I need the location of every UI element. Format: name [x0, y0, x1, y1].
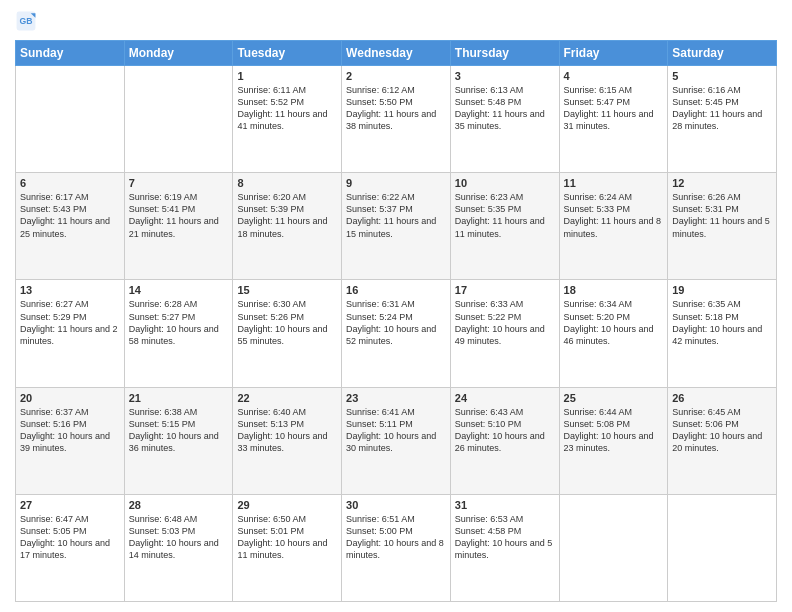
dow-header-wednesday: Wednesday	[342, 41, 451, 66]
calendar-cell: 10Sunrise: 6:23 AM Sunset: 5:35 PM Dayli…	[450, 173, 559, 280]
dow-header-sunday: Sunday	[16, 41, 125, 66]
day-number: 29	[237, 499, 337, 511]
day-number: 3	[455, 70, 555, 82]
cell-info: Sunrise: 6:45 AM Sunset: 5:06 PM Dayligh…	[672, 406, 772, 455]
cell-info: Sunrise: 6:20 AM Sunset: 5:39 PM Dayligh…	[237, 191, 337, 240]
day-number: 6	[20, 177, 120, 189]
cell-info: Sunrise: 6:31 AM Sunset: 5:24 PM Dayligh…	[346, 298, 446, 347]
day-number: 2	[346, 70, 446, 82]
day-number: 24	[455, 392, 555, 404]
day-number: 11	[564, 177, 664, 189]
calendar-cell: 11Sunrise: 6:24 AM Sunset: 5:33 PM Dayli…	[559, 173, 668, 280]
day-number: 17	[455, 284, 555, 296]
calendar-cell: 20Sunrise: 6:37 AM Sunset: 5:16 PM Dayli…	[16, 387, 125, 494]
calendar-cell: 14Sunrise: 6:28 AM Sunset: 5:27 PM Dayli…	[124, 280, 233, 387]
day-number: 8	[237, 177, 337, 189]
day-number: 14	[129, 284, 229, 296]
calendar-cell: 4Sunrise: 6:15 AM Sunset: 5:47 PM Daylig…	[559, 66, 668, 173]
calendar-cell: 2Sunrise: 6:12 AM Sunset: 5:50 PM Daylig…	[342, 66, 451, 173]
day-number: 4	[564, 70, 664, 82]
cell-info: Sunrise: 6:24 AM Sunset: 5:33 PM Dayligh…	[564, 191, 664, 240]
cell-info: Sunrise: 6:40 AM Sunset: 5:13 PM Dayligh…	[237, 406, 337, 455]
calendar-cell: 31Sunrise: 6:53 AM Sunset: 4:58 PM Dayli…	[450, 494, 559, 601]
dow-header-tuesday: Tuesday	[233, 41, 342, 66]
page: GB SundayMondayTuesdayWednesdayThursdayF…	[0, 0, 792, 612]
calendar-cell: 15Sunrise: 6:30 AM Sunset: 5:26 PM Dayli…	[233, 280, 342, 387]
cell-info: Sunrise: 6:41 AM Sunset: 5:11 PM Dayligh…	[346, 406, 446, 455]
day-number: 23	[346, 392, 446, 404]
week-row-1: 1Sunrise: 6:11 AM Sunset: 5:52 PM Daylig…	[16, 66, 777, 173]
cell-info: Sunrise: 6:13 AM Sunset: 5:48 PM Dayligh…	[455, 84, 555, 133]
calendar-cell: 27Sunrise: 6:47 AM Sunset: 5:05 PM Dayli…	[16, 494, 125, 601]
logo: GB	[15, 10, 39, 32]
calendar-cell	[559, 494, 668, 601]
calendar-cell: 26Sunrise: 6:45 AM Sunset: 5:06 PM Dayli…	[668, 387, 777, 494]
cell-info: Sunrise: 6:16 AM Sunset: 5:45 PM Dayligh…	[672, 84, 772, 133]
calendar-cell: 24Sunrise: 6:43 AM Sunset: 5:10 PM Dayli…	[450, 387, 559, 494]
calendar-cell: 19Sunrise: 6:35 AM Sunset: 5:18 PM Dayli…	[668, 280, 777, 387]
day-number: 15	[237, 284, 337, 296]
svg-text:GB: GB	[20, 16, 33, 26]
week-row-4: 20Sunrise: 6:37 AM Sunset: 5:16 PM Dayli…	[16, 387, 777, 494]
calendar-cell: 8Sunrise: 6:20 AM Sunset: 5:39 PM Daylig…	[233, 173, 342, 280]
cell-info: Sunrise: 6:12 AM Sunset: 5:50 PM Dayligh…	[346, 84, 446, 133]
day-number: 10	[455, 177, 555, 189]
week-row-2: 6Sunrise: 6:17 AM Sunset: 5:43 PM Daylig…	[16, 173, 777, 280]
calendar-cell: 16Sunrise: 6:31 AM Sunset: 5:24 PM Dayli…	[342, 280, 451, 387]
dow-header-monday: Monday	[124, 41, 233, 66]
calendar-cell	[16, 66, 125, 173]
calendar-cell: 22Sunrise: 6:40 AM Sunset: 5:13 PM Dayli…	[233, 387, 342, 494]
day-number: 12	[672, 177, 772, 189]
cell-info: Sunrise: 6:17 AM Sunset: 5:43 PM Dayligh…	[20, 191, 120, 240]
calendar-cell: 13Sunrise: 6:27 AM Sunset: 5:29 PM Dayli…	[16, 280, 125, 387]
calendar-cell: 6Sunrise: 6:17 AM Sunset: 5:43 PM Daylig…	[16, 173, 125, 280]
calendar-cell: 17Sunrise: 6:33 AM Sunset: 5:22 PM Dayli…	[450, 280, 559, 387]
calendar-cell: 18Sunrise: 6:34 AM Sunset: 5:20 PM Dayli…	[559, 280, 668, 387]
day-number: 7	[129, 177, 229, 189]
calendar-cell: 28Sunrise: 6:48 AM Sunset: 5:03 PM Dayli…	[124, 494, 233, 601]
day-number: 21	[129, 392, 229, 404]
dow-header-thursday: Thursday	[450, 41, 559, 66]
cell-info: Sunrise: 6:33 AM Sunset: 5:22 PM Dayligh…	[455, 298, 555, 347]
cell-info: Sunrise: 6:47 AM Sunset: 5:05 PM Dayligh…	[20, 513, 120, 562]
calendar-cell: 12Sunrise: 6:26 AM Sunset: 5:31 PM Dayli…	[668, 173, 777, 280]
calendar-table: SundayMondayTuesdayWednesdayThursdayFrid…	[15, 40, 777, 602]
week-row-5: 27Sunrise: 6:47 AM Sunset: 5:05 PM Dayli…	[16, 494, 777, 601]
cell-info: Sunrise: 6:38 AM Sunset: 5:15 PM Dayligh…	[129, 406, 229, 455]
day-number: 16	[346, 284, 446, 296]
logo-icon: GB	[15, 10, 37, 32]
cell-info: Sunrise: 6:23 AM Sunset: 5:35 PM Dayligh…	[455, 191, 555, 240]
cell-info: Sunrise: 6:30 AM Sunset: 5:26 PM Dayligh…	[237, 298, 337, 347]
calendar-cell: 21Sunrise: 6:38 AM Sunset: 5:15 PM Dayli…	[124, 387, 233, 494]
cell-info: Sunrise: 6:27 AM Sunset: 5:29 PM Dayligh…	[20, 298, 120, 347]
day-number: 22	[237, 392, 337, 404]
day-number: 25	[564, 392, 664, 404]
day-number: 5	[672, 70, 772, 82]
calendar-cell: 29Sunrise: 6:50 AM Sunset: 5:01 PM Dayli…	[233, 494, 342, 601]
cell-info: Sunrise: 6:11 AM Sunset: 5:52 PM Dayligh…	[237, 84, 337, 133]
calendar-cell: 25Sunrise: 6:44 AM Sunset: 5:08 PM Dayli…	[559, 387, 668, 494]
calendar-cell: 3Sunrise: 6:13 AM Sunset: 5:48 PM Daylig…	[450, 66, 559, 173]
cell-info: Sunrise: 6:19 AM Sunset: 5:41 PM Dayligh…	[129, 191, 229, 240]
day-number: 1	[237, 70, 337, 82]
calendar-body: 1Sunrise: 6:11 AM Sunset: 5:52 PM Daylig…	[16, 66, 777, 602]
cell-info: Sunrise: 6:28 AM Sunset: 5:27 PM Dayligh…	[129, 298, 229, 347]
calendar-cell: 1Sunrise: 6:11 AM Sunset: 5:52 PM Daylig…	[233, 66, 342, 173]
day-number: 18	[564, 284, 664, 296]
dow-header-friday: Friday	[559, 41, 668, 66]
cell-info: Sunrise: 6:26 AM Sunset: 5:31 PM Dayligh…	[672, 191, 772, 240]
calendar-cell: 9Sunrise: 6:22 AM Sunset: 5:37 PM Daylig…	[342, 173, 451, 280]
day-number: 19	[672, 284, 772, 296]
cell-info: Sunrise: 6:22 AM Sunset: 5:37 PM Dayligh…	[346, 191, 446, 240]
day-number: 26	[672, 392, 772, 404]
cell-info: Sunrise: 6:34 AM Sunset: 5:20 PM Dayligh…	[564, 298, 664, 347]
calendar-cell: 7Sunrise: 6:19 AM Sunset: 5:41 PM Daylig…	[124, 173, 233, 280]
cell-info: Sunrise: 6:43 AM Sunset: 5:10 PM Dayligh…	[455, 406, 555, 455]
calendar-cell: 5Sunrise: 6:16 AM Sunset: 5:45 PM Daylig…	[668, 66, 777, 173]
day-number: 20	[20, 392, 120, 404]
cell-info: Sunrise: 6:35 AM Sunset: 5:18 PM Dayligh…	[672, 298, 772, 347]
week-row-3: 13Sunrise: 6:27 AM Sunset: 5:29 PM Dayli…	[16, 280, 777, 387]
calendar-cell	[124, 66, 233, 173]
cell-info: Sunrise: 6:44 AM Sunset: 5:08 PM Dayligh…	[564, 406, 664, 455]
header: GB	[15, 10, 777, 32]
